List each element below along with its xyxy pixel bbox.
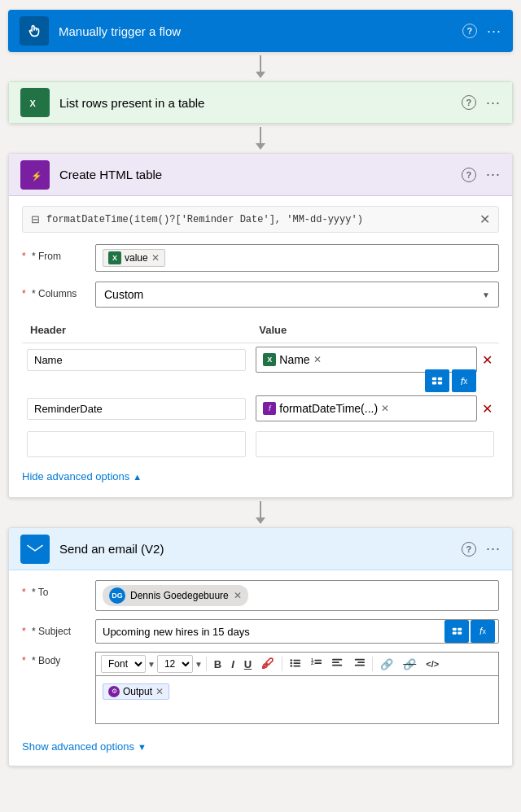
more-icon-manual[interactable]: ··· (487, 23, 501, 40)
subject-input[interactable] (96, 621, 441, 643)
name-token-close[interactable]: ✕ (313, 354, 322, 365)
step-html-header[interactable]: ⚡ Create HTML table ? ··· (9, 154, 512, 196)
to-field-row: * * To DG Dennis Goedegebuure ✕ (22, 580, 499, 611)
subject-array-btn[interactable] (444, 620, 469, 643)
more-icon-email[interactable]: ··· (486, 540, 501, 557)
row-delete-btn-2[interactable]: ✕ (480, 399, 494, 418)
help-icon-manual[interactable]: ? (462, 24, 477, 38)
subject-action-btns: f x (441, 620, 498, 643)
svg-rect-27 (357, 661, 365, 663)
from-input-wrap: X value ✕ (95, 244, 499, 272)
align-right-btn[interactable] (349, 656, 369, 673)
header-input-2[interactable] (27, 398, 246, 420)
underline-btn[interactable]: U (240, 657, 256, 672)
svg-rect-18 (294, 665, 301, 666)
connector-1 (244, 52, 277, 81)
step-html-table: ⚡ Create HTML table ? ··· ⊟ formatDateTi… (8, 153, 513, 498)
connector-2 (244, 124, 277, 153)
array-action-btn-1[interactable] (425, 369, 449, 392)
code-btn[interactable]: </> (422, 657, 443, 670)
help-icon-email[interactable]: ? (462, 542, 476, 557)
font-size-select[interactable]: 12 (157, 655, 193, 673)
svg-rect-24 (332, 661, 339, 663)
recipient-remove-btn[interactable]: ✕ (234, 590, 242, 601)
from-field-row: * * From X value ✕ (22, 244, 499, 272)
from-token-text: value (125, 252, 148, 264)
hide-advanced-btn[interactable]: Hide advanced options ▲ (22, 469, 142, 484)
font-select[interactable]: Font (101, 655, 146, 673)
step-email-actions: ? ··· (462, 540, 501, 557)
arrow-1 (256, 55, 265, 78)
link-btn[interactable]: 🔗 (376, 657, 397, 672)
value-token-input-2[interactable]: f formatDateTime(...) ✕ (256, 395, 477, 421)
unlink-btn[interactable]: 🔗 (399, 657, 420, 672)
output-token: ⚙ Output ✕ (103, 683, 169, 700)
output-icon: ⚙ (108, 686, 120, 697)
html-table-icon: ⚡ (20, 160, 50, 190)
step-manual-header[interactable]: Manually trigger a flow ? ··· (8, 10, 513, 52)
svg-rect-6 (438, 378, 442, 381)
italic-btn[interactable]: I (227, 657, 239, 672)
table-row-empty (22, 425, 499, 461)
connector-arrowhead-3 (256, 517, 265, 524)
step-listrows-actions: ? ··· (462, 94, 501, 111)
columns-table: Header Value X (22, 317, 499, 461)
from-token-close[interactable]: ✕ (151, 252, 160, 264)
step-email-header[interactable]: Send an email (V2) ? ··· (9, 528, 512, 570)
more-icon-html[interactable]: ··· (486, 166, 501, 183)
svg-rect-23 (332, 658, 342, 660)
value-cell-1: X Name ✕ ✕ (251, 343, 499, 377)
body-label: * * Body (22, 652, 95, 666)
to-label: * * To (22, 580, 95, 598)
svg-rect-10 (452, 631, 456, 634)
numbered-list-btn[interactable]: 1. 2. (307, 656, 326, 673)
svg-rect-22 (315, 662, 322, 664)
align-left-btn[interactable] (328, 656, 348, 673)
hide-advanced-icon: ▲ (133, 472, 142, 482)
to-input[interactable]: DG Dennis Goedegebuure ✕ (95, 580, 499, 611)
expr-text: formatDateTime(item()?['Reminder Date'],… (46, 214, 473, 225)
recipient-token: DG Dennis Goedegebuure ✕ (103, 585, 248, 606)
expr-close-btn[interactable]: ✕ (479, 212, 490, 227)
svg-text:2.: 2. (311, 660, 315, 665)
subject-formula-btn[interactable]: f x (471, 620, 495, 643)
header-input-1[interactable] (27, 349, 246, 371)
columns-select[interactable]: Custom ▼ (95, 282, 499, 308)
help-icon-listrows[interactable]: ? (462, 95, 476, 110)
columns-input-wrap: Custom ▼ (95, 282, 499, 308)
step-html-actions: ? ··· (462, 166, 501, 183)
step-listrows-header[interactable]: X List rows present in a table ? ··· (8, 81, 513, 124)
svg-text:⚡: ⚡ (31, 169, 42, 181)
empty-value-input[interactable] (256, 431, 494, 457)
svg-rect-14 (294, 659, 301, 661)
body-content[interactable]: ⚙ Output ✕ (95, 675, 499, 724)
from-value-token: X value ✕ (103, 249, 165, 267)
to-required: * (22, 587, 26, 598)
help-icon-html[interactable]: ? (462, 168, 476, 182)
formula-action-btn-1[interactable]: f x (452, 369, 476, 392)
from-token-input[interactable]: X value ✕ (95, 244, 499, 272)
show-advanced-btn[interactable]: Show advanced options ▼ (22, 740, 147, 753)
bullet-list-btn[interactable] (286, 656, 305, 673)
output-token-text: Output (123, 686, 152, 697)
columns-label: * * Columns (22, 282, 95, 299)
svg-rect-7 (438, 382, 442, 385)
bold-btn[interactable]: B (210, 657, 225, 672)
svg-point-17 (291, 665, 293, 667)
name-token-text: Name (279, 353, 309, 366)
row-delete-btn-1[interactable]: ✕ (480, 351, 494, 369)
col-value-th: Value (251, 317, 499, 343)
connector-arrowhead-2 (256, 143, 265, 150)
columns-dropdown-icon: ▼ (482, 290, 490, 299)
recipient-avatar: DG (109, 587, 125, 604)
empty-header-input[interactable] (27, 431, 246, 457)
more-icon-listrows[interactable]: ··· (486, 94, 501, 111)
color-btn[interactable]: 🖋 (257, 655, 278, 673)
font-size-dropdown-icon: ▼ (195, 660, 203, 669)
reminder-token-text: formatDateTime(...) (279, 402, 378, 415)
toolbar-sep-2 (282, 657, 282, 671)
output-token-close[interactable]: ✕ (155, 686, 164, 697)
columns-field-row: * * Columns Custom ▼ (22, 282, 499, 308)
reminder-token-close[interactable]: ✕ (381, 403, 389, 414)
svg-point-13 (291, 659, 293, 661)
